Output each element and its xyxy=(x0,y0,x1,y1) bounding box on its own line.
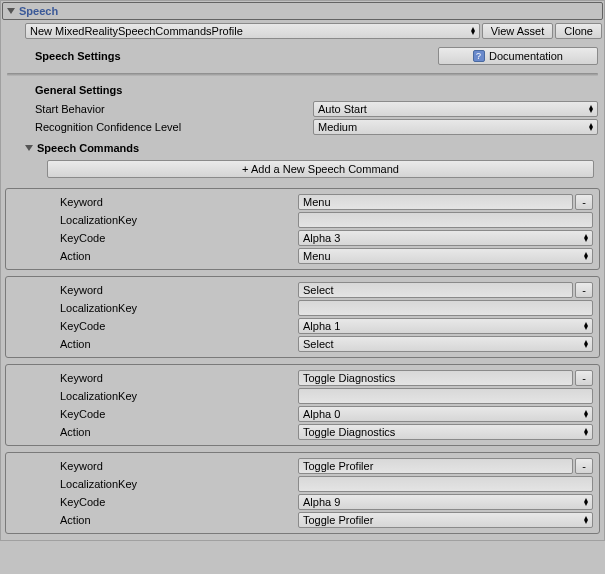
localizationkey-input[interactable] xyxy=(298,388,593,404)
keyword-input[interactable]: Select xyxy=(298,282,573,298)
start-behavior-dropdown[interactable]: Auto Start xyxy=(313,101,598,117)
speech-command-card: Keyword Toggle Profiler - LocalizationKe… xyxy=(5,452,600,534)
start-behavior-label: Start Behavior xyxy=(35,103,313,115)
localizationkey-input[interactable] xyxy=(298,300,593,316)
keycode-label: KeyCode xyxy=(12,408,298,420)
action-dropdown[interactable]: Toggle Profiler xyxy=(298,512,593,528)
action-dropdown[interactable]: Select xyxy=(298,336,593,352)
clone-button[interactable]: Clone xyxy=(555,23,602,39)
localizationkey-label: LocalizationKey xyxy=(12,302,298,314)
profile-selector[interactable]: New MixedRealitySpeechCommandsProfile xyxy=(25,23,480,39)
keyword-label: Keyword xyxy=(12,460,298,472)
component-title: Speech xyxy=(19,5,58,17)
speech-command-card: Keyword Menu - LocalizationKey KeyCode A… xyxy=(5,188,600,270)
remove-command-button[interactable]: - xyxy=(575,458,593,474)
localizationkey-input[interactable] xyxy=(298,212,593,228)
keycode-dropdown[interactable]: Alpha 9 xyxy=(298,494,593,510)
speech-command-card: Keyword Select - LocalizationKey KeyCode… xyxy=(5,276,600,358)
documentation-label: Documentation xyxy=(489,50,563,62)
localizationkey-label: LocalizationKey xyxy=(12,390,298,402)
action-label: Action xyxy=(12,426,298,438)
speech-commands-heading: Speech Commands xyxy=(37,142,139,154)
documentation-button[interactable]: Documentation xyxy=(438,47,598,65)
localizationkey-label: LocalizationKey xyxy=(12,214,298,226)
keycode-dropdown[interactable]: Alpha 3 xyxy=(298,230,593,246)
component-header[interactable]: Speech xyxy=(2,2,603,20)
localizationkey-input[interactable] xyxy=(298,476,593,492)
keycode-dropdown[interactable]: Alpha 1 xyxy=(298,318,593,334)
remove-command-button[interactable]: - xyxy=(575,370,593,386)
confidence-dropdown[interactable]: Medium xyxy=(313,119,598,135)
view-asset-button[interactable]: View Asset xyxy=(482,23,554,39)
keycode-label: KeyCode xyxy=(12,496,298,508)
foldout-arrow-icon xyxy=(7,8,15,14)
keycode-label: KeyCode xyxy=(12,232,298,244)
action-label: Action xyxy=(12,514,298,526)
keycode-dropdown[interactable]: Alpha 0 xyxy=(298,406,593,422)
help-icon xyxy=(473,50,485,62)
action-label: Action xyxy=(12,338,298,350)
keyword-label: Keyword xyxy=(12,284,298,296)
action-dropdown[interactable]: Toggle Diagnostics xyxy=(298,424,593,440)
keyword-input[interactable]: Toggle Diagnostics xyxy=(298,370,573,386)
speech-commands-foldout[interactable]: Speech Commands xyxy=(1,136,604,156)
confidence-label: Recognition Confidence Level xyxy=(35,121,313,133)
keyword-label: Keyword xyxy=(12,196,298,208)
keyword-input[interactable]: Toggle Profiler xyxy=(298,458,573,474)
foldout-arrow-icon xyxy=(25,145,33,151)
divider xyxy=(7,73,598,76)
general-settings-heading: General Settings xyxy=(1,82,604,100)
add-speech-command-button[interactable]: + Add a New Speech Command xyxy=(47,160,594,178)
keyword-label: Keyword xyxy=(12,372,298,384)
action-label: Action xyxy=(12,250,298,262)
action-dropdown[interactable]: Menu xyxy=(298,248,593,264)
remove-command-button[interactable]: - xyxy=(575,282,593,298)
keycode-label: KeyCode xyxy=(12,320,298,332)
speech-command-card: Keyword Toggle Diagnostics - Localizatio… xyxy=(5,364,600,446)
remove-command-button[interactable]: - xyxy=(575,194,593,210)
settings-heading: Speech Settings xyxy=(35,50,438,62)
localizationkey-label: LocalizationKey xyxy=(12,478,298,490)
keyword-input[interactable]: Menu xyxy=(298,194,573,210)
